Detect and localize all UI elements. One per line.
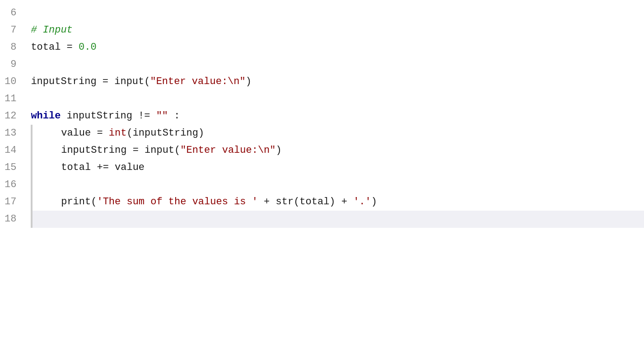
code-token: 0.0 bbox=[79, 39, 97, 56]
code-line-9[interactable] bbox=[31, 56, 644, 73]
code-token: total = bbox=[31, 39, 79, 56]
code-line-17[interactable]: print('The sum of the values is ' + str(… bbox=[31, 193, 644, 211]
code-line-13[interactable]: value = int(inputString) bbox=[31, 125, 644, 142]
line-number-10: 10 bbox=[5, 73, 21, 90]
code-token: ) bbox=[371, 193, 377, 211]
code-token: print( bbox=[37, 193, 97, 211]
code-editor: 6789101112131415161718 # Inputtotal = 0.… bbox=[0, 0, 644, 339]
code-token: 'The sum of the values is ' bbox=[97, 193, 257, 211]
line-number-9: 9 bbox=[5, 56, 21, 73]
line-number-6: 6 bbox=[5, 5, 21, 22]
code-token: '.' bbox=[353, 193, 371, 211]
code-token: "" bbox=[156, 108, 168, 125]
line-number-15: 15 bbox=[5, 159, 21, 176]
code-line-16[interactable] bbox=[31, 176, 644, 193]
code-token: inputString = input( bbox=[37, 142, 180, 159]
code-token: "Enter value:\n" bbox=[150, 73, 245, 90]
code-content[interactable]: # Inputtotal = 0.0inputString = input("E… bbox=[26, 5, 644, 339]
indent-bar bbox=[31, 211, 33, 228]
code-token: value = bbox=[37, 125, 108, 142]
line-number-7: 7 bbox=[5, 22, 21, 39]
code-token: str bbox=[276, 193, 294, 211]
line-number-8: 8 bbox=[5, 39, 21, 56]
code-token: (total) + bbox=[294, 193, 353, 211]
code-line-7[interactable]: # Input bbox=[31, 22, 644, 39]
code-token: inputString != bbox=[61, 108, 156, 125]
code-token: + bbox=[258, 193, 276, 211]
line-number-14: 14 bbox=[5, 142, 21, 159]
code-token: inputString = input( bbox=[31, 73, 150, 90]
line-number-18: 18 bbox=[5, 211, 21, 228]
code-line-6[interactable] bbox=[31, 5, 644, 22]
code-line-12[interactable]: while inputString != "" : bbox=[31, 108, 644, 125]
code-line-18[interactable] bbox=[31, 211, 644, 228]
code-line-15[interactable]: total += value bbox=[31, 159, 644, 176]
code-token: "Enter value:\n" bbox=[180, 142, 275, 159]
line-number-11: 11 bbox=[5, 90, 21, 108]
code-token: # Input bbox=[31, 22, 72, 39]
code-token: : bbox=[168, 108, 180, 125]
code-line-8[interactable]: total = 0.0 bbox=[31, 39, 644, 56]
line-number-12: 12 bbox=[5, 108, 21, 125]
line-number-13: 13 bbox=[5, 125, 21, 142]
code-token: ) bbox=[246, 73, 252, 90]
code-line-10[interactable]: inputString = input("Enter value:\n") bbox=[31, 73, 644, 90]
code-token: ) bbox=[276, 142, 282, 159]
indent-bar bbox=[31, 193, 33, 211]
line-numbers: 6789101112131415161718 bbox=[0, 5, 26, 339]
code-line-11[interactable] bbox=[31, 90, 644, 108]
indent-bar bbox=[31, 125, 33, 142]
code-token: while bbox=[31, 108, 61, 125]
indent-bar bbox=[31, 142, 33, 159]
indent-bar bbox=[31, 159, 33, 176]
indent-bar bbox=[31, 176, 33, 193]
line-number-16: 16 bbox=[5, 176, 21, 193]
code-token: total += value bbox=[37, 159, 145, 176]
code-token: (inputString) bbox=[126, 125, 204, 142]
code-line-14[interactable]: inputString = input("Enter value:\n") bbox=[31, 142, 644, 159]
line-number-17: 17 bbox=[5, 193, 21, 211]
code-token: int bbox=[109, 125, 127, 142]
